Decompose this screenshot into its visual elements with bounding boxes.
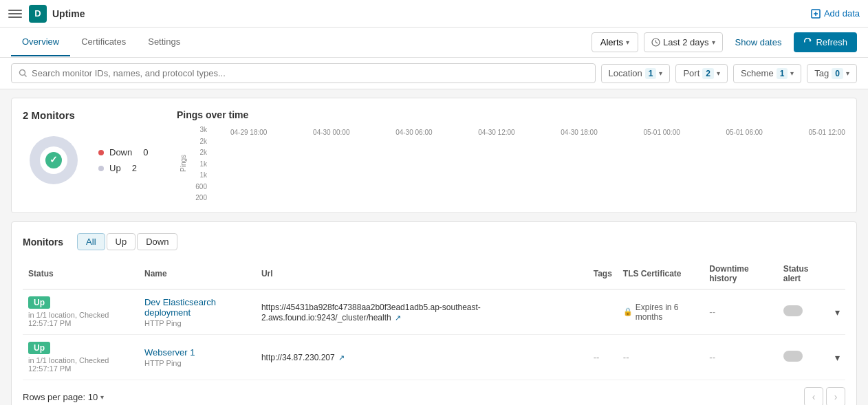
monitors-summary: 2 Monitors ✓ Down (23, 109, 160, 201)
down-count: 0 (143, 147, 148, 157)
legend-down: Down 0 (98, 147, 148, 157)
tls-value: -- (623, 352, 629, 362)
refresh-button[interactable]: Refresh (794, 32, 857, 52)
tab-certificates[interactable]: Certificates (70, 28, 137, 56)
alerts-button[interactable]: Alerts ▾ (592, 32, 638, 52)
search-box[interactable] (11, 63, 596, 83)
show-dates-button[interactable]: Show dates (728, 33, 789, 52)
svg-line-5 (656, 43, 658, 44)
scheme-count: 1 (777, 68, 788, 79)
col-status: Status (23, 259, 139, 289)
tls-cell: 🔒 Expires in 6 months (618, 289, 704, 335)
page-nav: ‹ › (804, 387, 845, 405)
url-cell: http://34.87.230.207 ↗ (256, 335, 588, 380)
filter-down-button[interactable]: Down (137, 233, 177, 250)
add-data-label: Add data (824, 8, 860, 19)
status-badge: Up (28, 342, 50, 354)
alerts-chevron-icon: ▾ (626, 39, 629, 46)
time-range-label: Last 2 days (663, 37, 709, 47)
filter-up-button[interactable]: Up (107, 233, 136, 250)
downtime-value: -- (709, 307, 715, 317)
status-cell: Up in 1/1 location, Checked 12:57:17 PM (23, 335, 139, 380)
expand-cell: ▾ (829, 335, 845, 380)
tab-overview[interactable]: Overview (11, 28, 70, 56)
status-alert-toggle[interactable] (783, 351, 803, 362)
downtime-cell: -- (704, 289, 777, 335)
external-link-icon[interactable]: ↗ (395, 314, 401, 322)
tag-chevron-icon: ▾ (846, 69, 849, 77)
monitors-title: 2 Monitors (23, 109, 160, 121)
filter-all-button[interactable]: All (77, 233, 105, 250)
tls-cell: -- (618, 335, 704, 380)
filter-bar: Location 1 ▾ Port 2 ▾ Scheme 1 ▾ Tag 0 ▾ (0, 58, 868, 89)
legend-up: Up 2 (98, 163, 148, 173)
tag-filter[interactable]: Tag 0 ▾ (807, 64, 857, 83)
donut-area: ✓ Down 0 Up 2 (23, 129, 160, 191)
status-alert-toggle[interactable] (783, 305, 803, 316)
row-expand-button[interactable]: ▾ (835, 307, 840, 318)
name-cell: Dev Elasticsearch deployment HTTP Ping (139, 289, 256, 335)
port-label: Port (683, 68, 699, 78)
sub-nav: Overview Certificates Settings Alerts ▾ … (0, 28, 868, 58)
status-meta: in 1/1 location, Checked 12:57:17 PM (28, 311, 133, 327)
status-cell: Up in 1/1 location, Checked 12:57:17 PM (23, 289, 139, 335)
up-label: Up (109, 163, 121, 173)
app-title: Uptime (52, 8, 811, 19)
location-filter[interactable]: Location 1 ▾ (601, 64, 671, 83)
location-label: Location (609, 68, 642, 78)
col-alert: Status alert (778, 259, 829, 289)
monitor-sub: HTTP Ping (144, 359, 250, 367)
monitors-panel-title: Monitors (23, 237, 63, 248)
col-downtime: Downtime history (704, 259, 777, 289)
location-chevron-icon: ▾ (659, 69, 662, 77)
main-content: 2 Monitors ✓ Down (0, 89, 868, 405)
down-dot-icon (98, 150, 104, 155)
add-data-button[interactable]: Add data (811, 8, 860, 19)
url-text: https://45431ba928fc47388aa2b0f3ead1adb5… (261, 303, 481, 322)
y-axis: 3k 2k 2k 1k 1k 600 200 (191, 126, 210, 201)
downtime-value: -- (709, 352, 715, 362)
time-range-selector[interactable]: Last 2 days ▾ (644, 32, 723, 52)
alert-cell (778, 335, 829, 380)
col-expand (829, 259, 845, 289)
chart-panel: 2 Monitors ✓ Down (11, 98, 857, 213)
rows-chevron-icon: ▾ (100, 393, 104, 401)
col-tls: TLS Certificate (618, 259, 704, 289)
monitors-table: Status Name Url Tags TLS Certificate Dow… (23, 259, 845, 380)
search-icon (19, 69, 28, 78)
nav-controls: Alerts ▾ Last 2 days ▾ Show dates Refres… (592, 32, 857, 52)
search-input[interactable] (32, 68, 588, 78)
col-url: Url (256, 259, 588, 289)
hamburger-menu[interactable] (8, 7, 22, 21)
up-dot-icon (98, 166, 104, 171)
tab-filter-group: All Up Down (77, 233, 177, 250)
chart-title: Pings over time (177, 109, 845, 120)
monitor-name-link[interactable]: Webserver 1 (144, 347, 250, 358)
status-badge: Up (28, 296, 50, 309)
tags-cell: -- (588, 335, 618, 380)
scheme-chevron-icon: ▾ (790, 69, 794, 77)
tag-count: 0 (832, 68, 843, 79)
prev-page-button[interactable]: ‹ (804, 387, 823, 405)
port-count: 2 (702, 68, 714, 79)
status-meta: in 1/1 location, Checked 12:57:17 PM (28, 356, 133, 373)
rows-per-page-label: Rows per page: 10 (23, 392, 98, 402)
col-name: Name (139, 259, 256, 289)
url-text: http://34.87.230.207 (261, 353, 335, 362)
y-axis-label: Pings (177, 126, 189, 201)
external-link-icon[interactable]: ↗ (338, 353, 345, 362)
pagination: Rows per page: 10 ▾ ‹ › (23, 380, 845, 405)
monitor-name-link[interactable]: Dev Elasticsearch deployment (144, 297, 250, 318)
row-expand-button[interactable]: ▾ (835, 352, 840, 363)
alert-cell (778, 289, 829, 335)
donut-chart: ✓ (23, 129, 85, 191)
cert-info: 🔒 Expires in 6 months (623, 303, 699, 322)
rows-per-page[interactable]: Rows per page: 10 ▾ (23, 392, 104, 402)
tab-settings[interactable]: Settings (137, 28, 191, 56)
scheme-filter[interactable]: Scheme 1 ▾ (733, 64, 801, 83)
tags-cell (588, 289, 618, 335)
cert-text: Expires in 6 months (636, 303, 699, 322)
monitors-panel-header: Monitors All Up Down (23, 233, 845, 250)
next-page-button[interactable]: › (826, 387, 845, 405)
port-filter[interactable]: Port 2 ▾ (675, 64, 728, 83)
